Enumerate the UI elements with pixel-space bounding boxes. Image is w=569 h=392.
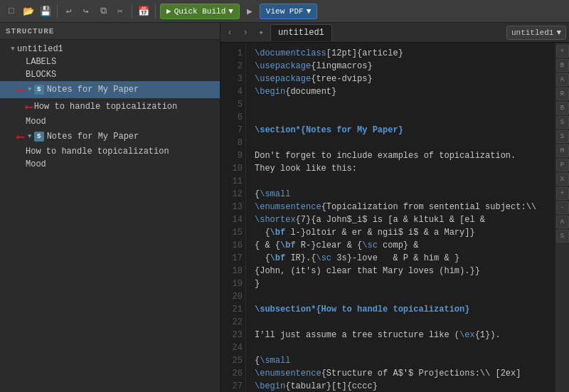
line-num-15: 15 bbox=[220, 226, 243, 239]
line-num-1: 1 bbox=[220, 47, 243, 60]
line-num-8: 8 bbox=[220, 137, 243, 149]
rt-btn-13[interactable]: A bbox=[556, 216, 569, 228]
line-num-14: 14 bbox=[220, 213, 243, 226]
tab-nav-right[interactable]: › bbox=[239, 26, 252, 39]
rt-btn-14[interactable]: S bbox=[556, 230, 569, 243]
rt-btn-4[interactable]: R bbox=[556, 88, 569, 100]
tree-item-notes1[interactable]: ⟵ ▼ S Notes for My Paper bbox=[0, 81, 220, 98]
view-pdf-dropdown-arrow: ▼ bbox=[307, 7, 312, 16]
red-arrow-1: ⟵ bbox=[17, 83, 24, 97]
line-num-4: 4 bbox=[220, 85, 243, 98]
editor-tabs: ‹ › ✦ untitled1 untitled1 ▼ bbox=[220, 23, 569, 43]
tree-arrow-untitled1: ▼ bbox=[9, 45, 17, 53]
sidebar-tree: ▼ untitled1 LABELS BLOCKS ⟵ ▼ S bbox=[0, 40, 220, 392]
tab-star-icon: ✦ bbox=[255, 26, 267, 39]
new-file-icon[interactable]: □ bbox=[4, 4, 18, 18]
section-icon-1: S bbox=[34, 85, 44, 95]
tab-nav-left[interactable]: ‹ bbox=[223, 26, 236, 39]
save-icon[interactable]: 💾 bbox=[38, 4, 53, 18]
tree-arrow-labels bbox=[17, 58, 26, 66]
play-icon: ▶ bbox=[166, 6, 171, 16]
line-num-6: 6 bbox=[220, 111, 243, 124]
rt-btn-5[interactable]: B bbox=[556, 102, 569, 115]
rt-btn-6[interactable]: S bbox=[556, 116, 569, 129]
rt-btn-11[interactable]: + bbox=[556, 187, 569, 200]
line-num-16: 16 bbox=[220, 239, 243, 252]
quick-build-button[interactable]: ▶ Quick Build ▼ bbox=[160, 4, 240, 19]
tab-dropdown-arrow: ▼ bbox=[556, 28, 561, 37]
redo-icon[interactable]: ↪ bbox=[79, 4, 93, 18]
line-num-13: 13 bbox=[220, 201, 243, 213]
separator-3 bbox=[155, 4, 156, 18]
rt-btn-12[interactable]: - bbox=[556, 201, 569, 214]
tree-item-topicalization1[interactable]: ⟵ How to handle topicalization bbox=[0, 98, 220, 115]
line-num-26: 26 bbox=[220, 367, 243, 380]
line-num-20: 20 bbox=[220, 290, 243, 303]
editor-tab-untitled1[interactable]: untitled1 bbox=[270, 24, 332, 41]
calendar-icon[interactable]: 📅 bbox=[137, 4, 151, 18]
quick-build-dropdown-arrow: ▼ bbox=[228, 7, 233, 16]
rt-btn-8[interactable]: M bbox=[556, 144, 569, 157]
right-tool-panel: + B A R B S S M P X + - A S bbox=[555, 43, 569, 392]
editor-area: ‹ › ✦ untitled1 untitled1 ▼ 1 2 3 bbox=[220, 23, 569, 392]
separator-1 bbox=[57, 4, 58, 18]
tree-item-untitled1[interactable]: ▼ untitled1 bbox=[0, 43, 220, 55]
tree-item-blocks[interactable]: BLOCKS bbox=[0, 68, 220, 81]
line-num-25: 25 bbox=[220, 354, 243, 367]
copy-icon[interactable]: ⧉ bbox=[96, 4, 110, 18]
red-arrow-3: ⟵ bbox=[17, 129, 24, 144]
tree-item-notes2[interactable]: ⟵ ▼ S Notes for My Paper bbox=[0, 128, 220, 145]
forward-icon[interactable]: ▶ bbox=[243, 4, 257, 18]
rt-btn-7[interactable]: S bbox=[556, 130, 569, 143]
cut-icon[interactable]: ✂ bbox=[113, 4, 127, 18]
line-num-11: 11 bbox=[220, 175, 243, 188]
line-num-3: 3 bbox=[220, 73, 243, 85]
line-num-24: 24 bbox=[220, 341, 243, 354]
tree-item-mood1[interactable]: Mood bbox=[0, 115, 220, 128]
line-num-22: 22 bbox=[220, 316, 243, 329]
rt-btn-9[interactable]: P bbox=[556, 159, 569, 171]
line-num-17: 17 bbox=[220, 252, 243, 265]
line-num-27: 27 bbox=[220, 380, 243, 392]
section-icon-2: S bbox=[34, 132, 44, 142]
line-num-18: 18 bbox=[220, 265, 243, 277]
rt-btn-2[interactable]: B bbox=[556, 59, 569, 72]
line-num-23: 23 bbox=[220, 329, 243, 341]
undo-icon[interactable]: ↩ bbox=[62, 4, 76, 18]
red-arrow-2: ⟵ bbox=[26, 100, 33, 114]
line-num-2: 2 bbox=[220, 60, 243, 73]
line-num-21: 21 bbox=[220, 303, 243, 316]
tab-dropdown[interactable]: untitled1 ▼ bbox=[506, 26, 566, 40]
line-num-12: 12 bbox=[220, 188, 243, 201]
toolbar: □ 📂 💾 ↩ ↪ ⧉ ✂ 📅 ▶ Quick Build ▼ ▶ View P… bbox=[0, 0, 569, 23]
tree-arrow-blocks bbox=[17, 70, 26, 79]
tree-arrow-notes1: ▼ bbox=[26, 85, 34, 94]
line-num-10: 10 bbox=[220, 162, 243, 175]
view-pdf-button[interactable]: View PDF ▼ bbox=[260, 4, 317, 19]
line-numbers: 1 2 3 4 5 6 7 8 9 10 11 12 13 14 15 16 1 bbox=[220, 43, 246, 392]
rt-btn-10[interactable]: X bbox=[556, 173, 569, 186]
editor-body: 1 2 3 4 5 6 7 8 9 10 11 12 13 14 15 16 1 bbox=[220, 43, 569, 392]
code-editor[interactable]: \documentclass[12pt]{article} \usepackag… bbox=[246, 43, 555, 392]
tree-arrow-notes2: ▼ bbox=[26, 132, 34, 141]
sidebar: STRUCTURE ▼ untitled1 LABELS BLOCKS bbox=[0, 23, 220, 392]
line-num-19: 19 bbox=[220, 277, 243, 290]
tree-item-mood2[interactable]: Mood bbox=[0, 158, 220, 171]
tree-item-topicalization2[interactable]: How to handle topicalization bbox=[0, 145, 220, 158]
open-file-icon[interactable]: 📂 bbox=[21, 4, 36, 18]
tree-item-labels[interactable]: LABELS bbox=[0, 55, 220, 68]
line-num-7: 7 bbox=[220, 124, 243, 137]
line-num-9: 9 bbox=[220, 149, 243, 162]
rt-btn-3[interactable]: A bbox=[556, 73, 569, 86]
sidebar-header: STRUCTURE bbox=[0, 23, 220, 40]
rt-btn-1[interactable]: + bbox=[556, 45, 569, 58]
main-content: STRUCTURE ▼ untitled1 LABELS BLOCKS bbox=[0, 23, 569, 392]
line-num-5: 5 bbox=[220, 98, 243, 111]
separator-2 bbox=[132, 4, 132, 18]
